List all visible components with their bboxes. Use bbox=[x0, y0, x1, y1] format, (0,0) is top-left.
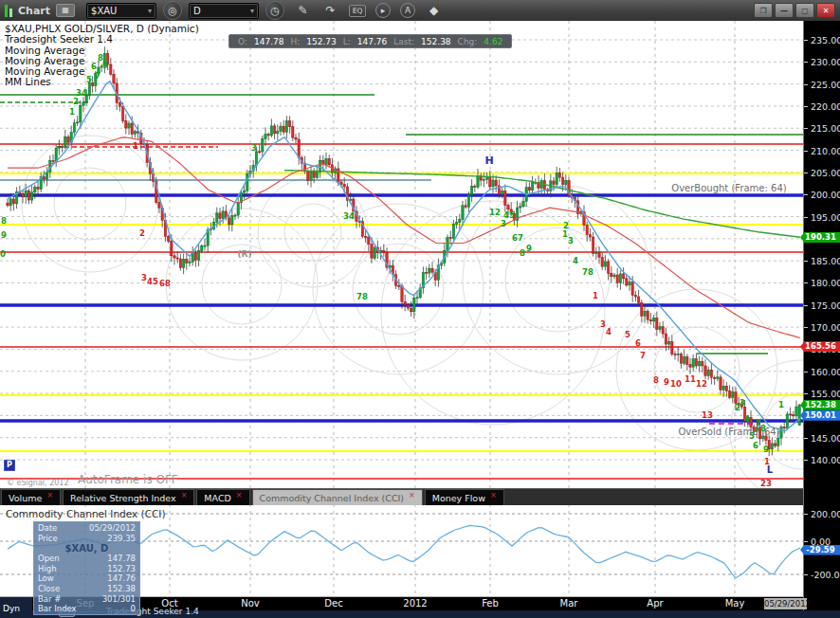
close-window-button[interactable]: ✕ bbox=[816, 3, 835, 18]
chart-annotation: 6 bbox=[753, 441, 758, 450]
maximize-window-button[interactable]: ▢ bbox=[795, 3, 814, 18]
window-titlebar: Chart ▦ $XAU ▾ ◎ D ▾ ◷ ✎ ↷ EQ ▸ A ◆ ❐ — … bbox=[0, 0, 840, 21]
legend-line: MM Lines bbox=[5, 77, 199, 87]
cci-tick-label: -200.00 bbox=[811, 570, 840, 580]
chart-annotation: 12 bbox=[489, 208, 501, 217]
chart-annotation: 67 bbox=[512, 233, 523, 243]
price-tick-label: 180.00 bbox=[811, 278, 840, 288]
window-controls: ❐ — ▢ ✕ bbox=[752, 3, 835, 18]
tooltip-row: Open147.78 bbox=[38, 554, 136, 564]
esignal-chart-window: Chart ▦ $XAU ▾ ◎ D ▾ ◷ ✎ ↷ EQ ▸ A ◆ ❐ — … bbox=[0, 0, 840, 618]
tooltip-watermark: $XAU, D bbox=[38, 543, 136, 554]
pencil-draw-button[interactable]: ✎ bbox=[294, 3, 312, 19]
price-tick-mark bbox=[804, 62, 808, 63]
copyright-label: © eSignal, 2012 bbox=[7, 479, 68, 487]
window-title: Chart bbox=[18, 5, 50, 17]
tab-close-icon[interactable]: × bbox=[409, 491, 415, 500]
chart-annotation: 6 bbox=[635, 338, 641, 348]
tab-relative-strength-index[interactable]: Relative Strength Index× bbox=[63, 489, 194, 505]
tooltip-row: Price239.35 bbox=[38, 534, 136, 544]
price-tick-mark bbox=[804, 327, 808, 328]
chart-annotation: 10 bbox=[670, 379, 682, 389]
overbought-label: OverBought (Frame: 64) bbox=[658, 183, 800, 193]
price-tick-label: 210.00 bbox=[811, 146, 840, 156]
price-tick-label: 205.00 bbox=[811, 168, 840, 178]
oversold-label: OverSold (Frame: 64) bbox=[658, 427, 800, 437]
symbol-input[interactable]: $XAU ▾ bbox=[86, 3, 156, 19]
chart-annotation: 4 bbox=[606, 327, 612, 336]
chevron-down-icon[interactable]: ▾ bbox=[148, 7, 152, 15]
interval-value: D bbox=[193, 6, 201, 16]
tab-macd[interactable]: MACD× bbox=[196, 489, 249, 505]
chart-annotation: 1 bbox=[69, 107, 75, 117]
price-tick-mark bbox=[804, 40, 808, 41]
chevron-down-icon[interactable]: ▾ bbox=[250, 7, 254, 15]
chart-annotation: 3 bbox=[740, 398, 745, 408]
chart-annotation: 7 bbox=[640, 351, 646, 360]
price-tick-mark bbox=[804, 194, 808, 195]
cci-tick-mark bbox=[804, 574, 808, 575]
replay-play-button[interactable]: ▸ bbox=[375, 3, 391, 18]
retracement-tool-button[interactable]: ↷ bbox=[321, 3, 339, 19]
tab-close-icon[interactable]: × bbox=[236, 491, 243, 500]
tooltip-row-value: 0 bbox=[131, 604, 136, 614]
pivot-marker: P bbox=[4, 460, 15, 471]
price-tick-label: 235.00 bbox=[811, 35, 840, 45]
time-template-button[interactable]: ◷ bbox=[265, 1, 284, 20]
price-tick-label: 220.00 bbox=[811, 101, 840, 112]
ohlc-field-value: 4.62 bbox=[484, 37, 502, 46]
ohlc-field-label: L: bbox=[343, 37, 351, 46]
tab-money-flow[interactable]: Money Flow× bbox=[425, 489, 504, 505]
ohlc-field-label: Chg: bbox=[458, 37, 478, 46]
chart-annotation: 0 bbox=[0, 249, 6, 259]
tooltip-row-value: 05/29/2012 bbox=[89, 523, 136, 534]
chart-annotation: 11 bbox=[685, 374, 696, 384]
price-tick-label: 175.00 bbox=[811, 300, 840, 311]
symbol-lookup-button[interactable]: ◎ bbox=[163, 1, 182, 20]
autoframe-status-label: AutoFrame is OFF bbox=[78, 473, 178, 486]
price-tick-label: 155.00 bbox=[811, 389, 840, 399]
ohlc-quote-bar: O:147.78H:152.73L:147.76Last:152.38Chg:4… bbox=[228, 34, 512, 48]
ohlc-field-label: H: bbox=[290, 37, 300, 46]
chart-annotation: 78 bbox=[356, 292, 368, 301]
chart-annotation: L bbox=[767, 464, 774, 475]
tab-close-icon[interactable]: × bbox=[490, 491, 497, 500]
indicator-tab-bar: Volume×Relative Strength Index×MACD×Comm… bbox=[0, 488, 803, 505]
chart-annotation: 5 bbox=[625, 330, 630, 339]
time-axis-label: Nov bbox=[241, 598, 260, 609]
price-tick-mark bbox=[804, 305, 808, 306]
ohlc-field-value: 147.76 bbox=[357, 37, 388, 46]
legend-line: Tradesight Seeker 1.4 bbox=[5, 34, 199, 45]
price-level-bubble: 190.31 bbox=[800, 232, 840, 243]
tab-volume[interactable]: Volume× bbox=[1, 489, 61, 505]
eraser-button[interactable]: ◆ bbox=[425, 3, 443, 19]
tab-close-icon[interactable]: × bbox=[181, 491, 188, 500]
price-tick-mark bbox=[804, 106, 808, 107]
chart-annotation: 4 bbox=[573, 256, 578, 265]
restore-window-button[interactable]: ❐ bbox=[754, 3, 773, 18]
minimize-window-button[interactable]: — bbox=[775, 3, 794, 18]
tab-close-icon[interactable]: × bbox=[46, 491, 53, 500]
interval-input[interactable]: D ▾ bbox=[189, 3, 259, 19]
price-tick-mark bbox=[804, 282, 808, 283]
tooltip-row-label: Date bbox=[38, 523, 57, 534]
edit-studies-button[interactable]: EQ bbox=[349, 5, 366, 17]
time-axis-label: Mar bbox=[560, 598, 578, 609]
chart-annotation: 34 bbox=[343, 211, 355, 221]
price-tick-label: 170.00 bbox=[811, 322, 840, 333]
chart-annotation: 23 bbox=[760, 479, 772, 488]
tab-commodity-channel-index-cci[interactable]: Commodity Channel Index (CCI)× bbox=[252, 489, 423, 505]
chart-app-icon bbox=[5, 5, 12, 17]
tooltip-row-label: Price bbox=[38, 534, 58, 544]
auto-scale-button[interactable]: A bbox=[400, 3, 415, 18]
cci-value-bubble: -29.59 bbox=[800, 545, 840, 555]
chart-annotation: H bbox=[484, 154, 493, 167]
price-axis[interactable]: 235.00230.00225.00220.00215.00210.00205.… bbox=[803, 21, 840, 618]
chart-layout-badge-icon[interactable]: ▦ bbox=[56, 4, 75, 17]
chart-annotation: 9 bbox=[1, 230, 7, 240]
price-tick-label: 140.00 bbox=[811, 455, 840, 465]
tooltip-row: Date05/29/2012 bbox=[38, 523, 136, 534]
tooltip-row-value: 147.76 bbox=[107, 573, 136, 584]
price-tick-label: 185.00 bbox=[811, 256, 840, 266]
tooltip-row-value: 152.73 bbox=[107, 564, 136, 574]
